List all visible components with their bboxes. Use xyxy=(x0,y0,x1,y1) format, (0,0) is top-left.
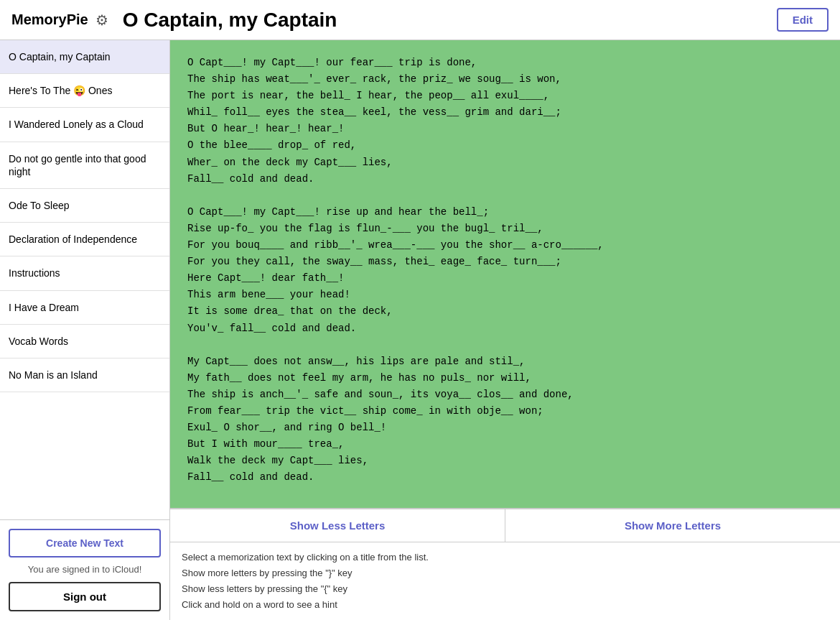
edit-button[interactable]: Edit xyxy=(777,8,829,32)
sidebar-item-i-wandered[interactable]: I Wandered Lonely as a Cloud xyxy=(0,108,169,142)
sidebar-list: O Captain, my CaptainHere's To The 😜 One… xyxy=(0,40,169,392)
sidebar-item-i-have-a-dream[interactable]: I Have a Dream xyxy=(0,291,169,325)
main-layout: O Captain, my CaptainHere's To The 😜 One… xyxy=(0,40,840,620)
instruction-line: Show more letters by pressing the "}" ke… xyxy=(182,565,829,581)
sidebar-item-vocab-words[interactable]: Vocab Words xyxy=(0,325,169,358)
page-title: O Captain, my Captain xyxy=(123,9,337,32)
sidebar-item-instructions[interactable]: Instructions xyxy=(0,256,169,290)
sidebar-item-declaration[interactable]: Declaration of Independence xyxy=(0,223,169,256)
instruction-line: Show less letters by pressing the "{" ke… xyxy=(182,581,829,597)
sign-out-button[interactable]: Sign out xyxy=(9,582,161,611)
show-more-button[interactable]: Show More Letters xyxy=(505,509,840,542)
instruction-line: Select a memorization text by clicking o… xyxy=(182,550,829,565)
instruction-line: Click and hold on a word to see a hint xyxy=(182,597,829,613)
sidebar-item-do-not-go[interactable]: Do not go gentle into that good night xyxy=(0,142,169,189)
show-less-button[interactable]: Show Less Letters xyxy=(170,509,505,542)
settings-icon[interactable]: ⚙ xyxy=(95,11,108,29)
create-new-button[interactable]: Create New Text xyxy=(9,529,161,557)
sidebar-item-ode-to-sleep[interactable]: Ode To Sleep xyxy=(0,189,169,223)
app-title: MemoryPie xyxy=(11,11,88,28)
text-display: O Capt___! my Capt___! our fear___ trip … xyxy=(170,40,840,508)
instructions-bar: Select a memorization text by clicking o… xyxy=(170,542,840,620)
sidebar: O Captain, my CaptainHere's To The 😜 One… xyxy=(0,40,170,620)
signed-in-text: You are signed in to iCloud! xyxy=(9,563,161,576)
header: MemoryPie ⚙ O Captain, my Captain Edit xyxy=(0,0,840,40)
content-area: O Capt___! my Capt___! our fear___ trip … xyxy=(170,40,840,620)
sidebar-item-o-captain[interactable]: O Captain, my Captain xyxy=(0,40,169,74)
button-row: Show Less Letters Show More Letters xyxy=(170,508,840,542)
sidebar-footer: Create New Text You are signed in to iCl… xyxy=(0,519,169,620)
sidebar-item-heres-to-the-ones[interactable]: Here's To The 😜 Ones xyxy=(0,74,169,108)
sidebar-item-no-man[interactable]: No Man is an Island xyxy=(0,358,169,392)
page-title-area: O Captain, my Captain Edit xyxy=(108,8,829,32)
